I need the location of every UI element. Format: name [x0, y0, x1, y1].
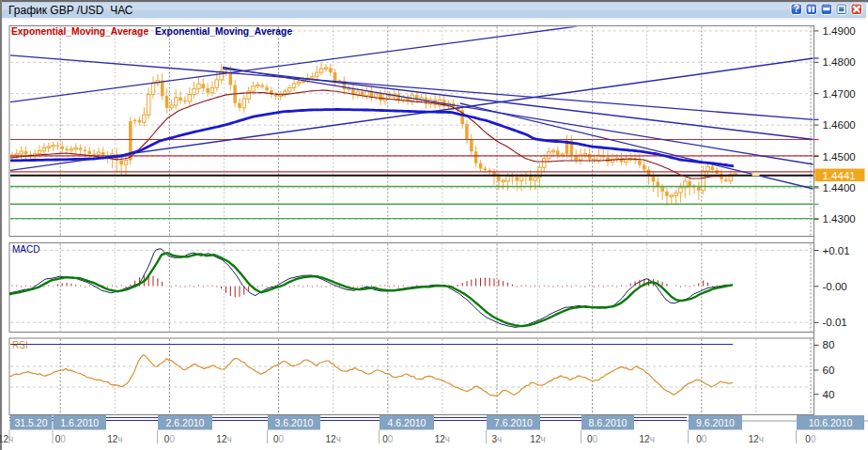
svg-text:1.4400: 1.4400: [823, 182, 856, 194]
svg-text:00: 00: [696, 434, 707, 444]
svg-text:00: 00: [164, 434, 176, 444]
svg-text:1.6.2010: 1.6.2010: [60, 417, 99, 428]
svg-text:1.4300: 1.4300: [823, 213, 856, 225]
svg-text:00: 00: [273, 434, 285, 444]
svg-text:1.4600: 1.4600: [823, 119, 856, 131]
svg-text:12ч: 12ч: [216, 434, 231, 444]
svg-text:00: 00: [55, 434, 67, 444]
svg-text:12ч: 12ч: [640, 434, 655, 444]
svg-text:3.6.2010: 3.6.2010: [275, 417, 314, 428]
svg-text:00: 00: [382, 434, 394, 444]
svg-text:80: 80: [823, 339, 835, 350]
svg-text:1.4900: 1.4900: [823, 25, 856, 37]
svg-text:1.4441: 1.4441: [823, 170, 856, 181]
svg-text:8.6.2010: 8.6.2010: [589, 417, 628, 428]
svg-text:-0.00: -0.00: [823, 281, 847, 292]
svg-text:MACD: MACD: [12, 244, 39, 255]
svg-text:12ч: 12ч: [0, 434, 13, 444]
svg-text:7.6.2010: 7.6.2010: [494, 417, 533, 428]
svg-text:1.4500: 1.4500: [823, 151, 856, 163]
svg-text:10.6.2010: 10.6.2010: [809, 417, 853, 428]
svg-text:?: ?: [794, 3, 799, 14]
svg-text:Exponential_Moving_Average: Exponential_Moving_Average: [155, 26, 292, 37]
svg-text:12ч: 12ч: [326, 434, 341, 444]
svg-text:31.5.20: 31.5.20: [14, 417, 47, 428]
svg-text:40: 40: [823, 389, 835, 400]
svg-text:1.4700: 1.4700: [823, 88, 856, 100]
svg-text:12ч: 12ч: [749, 434, 764, 444]
svg-text:-0.01: -0.01: [823, 317, 847, 328]
svg-text:60: 60: [823, 365, 835, 376]
svg-text:00: 00: [587, 434, 598, 444]
svg-text:12ч: 12ч: [107, 434, 122, 444]
svg-text:RSI: RSI: [12, 340, 28, 350]
svg-text:1.4800: 1.4800: [823, 56, 856, 68]
svg-text:График GBP /USD ЧАС: График GBP /USD ЧАС: [8, 4, 133, 17]
svg-text:12ч: 12ч: [435, 434, 450, 444]
svg-text:12ч: 12ч: [530, 434, 545, 444]
svg-text:4.6.2010: 4.6.2010: [388, 417, 426, 428]
svg-text:00: 00: [805, 434, 816, 444]
svg-text:3ч: 3ч: [492, 434, 503, 444]
svg-text:2.6.2010: 2.6.2010: [166, 417, 205, 428]
svg-text:Exponential_Moving_Average: Exponential_Moving_Average: [11, 26, 148, 37]
svg-text:+0.01: +0.01: [823, 245, 850, 256]
svg-text:9.6.2010: 9.6.2010: [696, 417, 735, 428]
